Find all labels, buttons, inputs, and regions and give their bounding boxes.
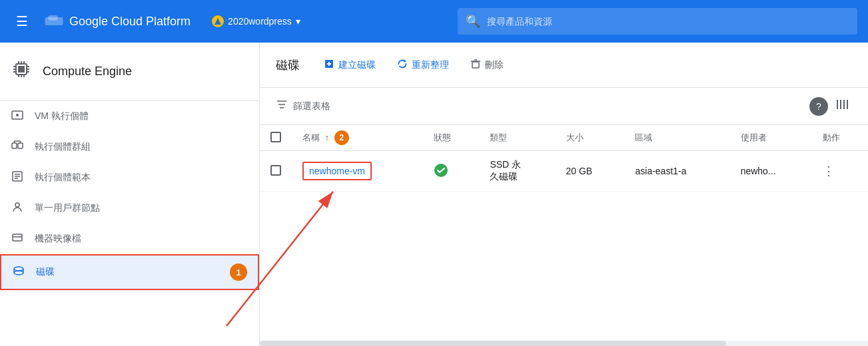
svg-rect-4 bbox=[18, 66, 25, 73]
disk-zone-cell: asia-east1-a bbox=[624, 151, 729, 192]
svg-marker-38 bbox=[404, 59, 406, 63]
row-checkbox-cell[interactable] bbox=[260, 151, 292, 192]
sidebar: Compute Engine VM 執行個體 bbox=[0, 43, 260, 346]
filter-icon bbox=[276, 98, 288, 114]
sidebar-title: Compute Engine bbox=[43, 65, 132, 79]
sidebar-nav: VM 執行個體 執行個體群組 bbox=[0, 101, 259, 290]
sidebar-header: Compute Engine bbox=[0, 43, 259, 101]
refresh-icon bbox=[397, 59, 408, 71]
columns-button[interactable] bbox=[833, 96, 852, 116]
delete-button[interactable]: 刪除 bbox=[462, 53, 512, 77]
sidebar-item-vm-instances[interactable]: VM 執行個體 bbox=[0, 101, 259, 132]
col-type: 類型 bbox=[479, 125, 555, 151]
machine-images-icon bbox=[11, 232, 24, 246]
logo-text: Google Cloud Platform bbox=[69, 15, 191, 29]
content-toolbar: 磁碟 建立磁碟 bbox=[260, 43, 868, 88]
disk-table: 名稱 ↑ 2 狀態 類型 大小 區域 使用者 動作 bbox=[260, 125, 868, 341]
main-layout: Compute Engine VM 執行個體 bbox=[0, 43, 868, 346]
svg-rect-20 bbox=[18, 143, 23, 148]
sidebar-label-instance-templates: 執行個體範本 bbox=[35, 172, 91, 184]
col-name[interactable]: 名稱 ↑ 2 bbox=[292, 125, 423, 151]
sidebar-item-disks[interactable]: 磁碟 1 bbox=[0, 254, 259, 290]
header-checkbox[interactable] bbox=[270, 132, 281, 142]
project-selector[interactable]: 2020wordpress ▾ bbox=[207, 11, 306, 31]
top-nav: ☰ Google Cloud Platform 2020wordpress ▾ … bbox=[0, 0, 868, 43]
chevron-down-icon: ▾ bbox=[296, 16, 300, 27]
table-header-row: 名稱 ↑ 2 狀態 類型 大小 區域 使用者 動作 bbox=[260, 125, 868, 151]
sidebar-label-instance-groups: 執行個體群組 bbox=[35, 141, 91, 153]
compute-engine-icon bbox=[11, 59, 32, 85]
svg-rect-1 bbox=[48, 15, 58, 21]
svg-rect-29 bbox=[13, 234, 22, 241]
vm-instances-icon bbox=[11, 109, 24, 124]
google-cloud-icon bbox=[44, 11, 64, 31]
sort-asc-icon: ↑ bbox=[325, 132, 330, 142]
col-status: 狀態 bbox=[423, 125, 479, 151]
horizontal-scrollbar[interactable] bbox=[260, 341, 868, 346]
col-size: 大小 bbox=[556, 125, 625, 151]
disk-size-cell: 20 GB bbox=[556, 151, 625, 192]
sidebar-label-disks: 磁碟 bbox=[36, 266, 55, 278]
sort-badge: 2 bbox=[334, 130, 349, 145]
search-input[interactable] bbox=[458, 8, 857, 35]
create-disk-button[interactable]: 建立磁碟 bbox=[316, 53, 384, 77]
filter-bar: 篩選表格 ? bbox=[260, 88, 868, 125]
instance-templates-icon bbox=[11, 170, 24, 185]
sidebar-item-instance-templates[interactable]: 執行個體範本 bbox=[0, 162, 259, 193]
search-bar: 🔍 bbox=[458, 8, 857, 35]
page-title: 磁碟 bbox=[276, 57, 300, 73]
disk-name-highlight: newhome-vm bbox=[302, 162, 372, 180]
create-disk-icon bbox=[324, 59, 334, 71]
sole-tenant-icon bbox=[11, 201, 24, 216]
svg-point-18 bbox=[16, 114, 19, 116]
disk-user-cell: newho... bbox=[730, 151, 812, 192]
select-all-header[interactable] bbox=[260, 125, 292, 151]
col-action: 動作 bbox=[812, 125, 868, 151]
sidebar-label-vm-instances: VM 執行個體 bbox=[35, 110, 89, 122]
disk-name-link[interactable]: newhome-vm bbox=[309, 166, 365, 176]
svg-marker-2 bbox=[215, 18, 221, 25]
scrollbar-thumb bbox=[260, 341, 726, 346]
col-user: 使用者 bbox=[730, 125, 812, 151]
col-zone: 區域 bbox=[624, 125, 729, 151]
sidebar-item-machine-images[interactable]: 機器映像檔 bbox=[0, 224, 259, 254]
row-checkbox[interactable] bbox=[270, 165, 281, 176]
table-row: newhome-vm SSD 永久磁碟 bbox=[260, 151, 868, 192]
sidebar-item-sole-tenant[interactable]: 單一用戶群節點 bbox=[0, 193, 259, 224]
disk-name-cell: newhome-vm bbox=[292, 151, 423, 192]
disk-action-cell[interactable]: ⋮ bbox=[812, 151, 868, 192]
status-ok-icon bbox=[434, 169, 448, 180]
sidebar-label-sole-tenant: 單一用戶群節點 bbox=[35, 202, 100, 214]
svg-point-34 bbox=[14, 271, 23, 275]
nav-logo: Google Cloud Platform bbox=[44, 11, 191, 31]
instance-groups-icon bbox=[11, 140, 24, 154]
svg-point-28 bbox=[15, 203, 19, 207]
disks-icon bbox=[12, 265, 25, 279]
svg-point-31 bbox=[14, 267, 23, 271]
svg-rect-19 bbox=[12, 143, 17, 148]
more-options-icon[interactable]: ⋮ bbox=[823, 164, 835, 178]
help-button[interactable]: ? bbox=[809, 97, 828, 116]
filter-label: 篩選表格 bbox=[293, 100, 804, 112]
disk-status-cell bbox=[423, 151, 479, 192]
sidebar-label-machine-images: 機器映像檔 bbox=[35, 233, 81, 245]
delete-icon bbox=[470, 59, 481, 71]
search-icon: 🔍 bbox=[466, 14, 480, 29]
project-name: 2020wordpress bbox=[228, 16, 292, 27]
disks-badge: 1 bbox=[230, 263, 247, 281]
sidebar-item-instance-groups[interactable]: 執行個體群組 bbox=[0, 132, 259, 162]
svg-rect-39 bbox=[472, 62, 479, 68]
refresh-button[interactable]: 重新整理 bbox=[389, 53, 457, 77]
hamburger-menu[interactable]: ☰ bbox=[11, 8, 33, 35]
project-icon bbox=[212, 15, 224, 27]
content-area: 磁碟 建立磁碟 bbox=[260, 43, 868, 346]
disk-type-cell: SSD 永久磁碟 bbox=[479, 151, 555, 192]
